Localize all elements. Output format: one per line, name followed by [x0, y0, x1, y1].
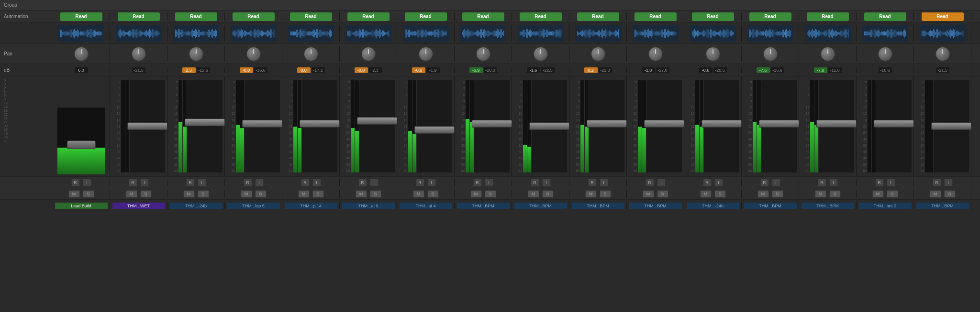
channel-name-6[interactable]: THM...at 4	[400, 203, 452, 209]
i-button-13[interactable]: I	[829, 179, 838, 186]
waveform-display-9[interactable]	[575, 25, 621, 42]
i-button-12[interactable]: I	[772, 179, 780, 186]
i-button-14[interactable]: I	[887, 179, 895, 186]
i-button-8[interactable]: I	[542, 179, 551, 186]
m-button-10[interactable]: M	[643, 190, 654, 198]
pan-knob-10[interactable]	[648, 46, 663, 62]
s-button-14[interactable]: S	[887, 190, 898, 198]
fader-track-7[interactable]	[474, 80, 510, 172]
r-button-6[interactable]: R	[416, 179, 424, 186]
waveform-display-0[interactable]	[58, 25, 104, 42]
fader-thumb-13[interactable]	[816, 120, 857, 128]
waveform-display-2[interactable]	[173, 25, 219, 42]
pan-knob-4[interactable]	[303, 46, 319, 62]
pan-knob-15[interactable]	[935, 46, 950, 62]
auto-button-11[interactable]: Read	[692, 12, 734, 21]
auto-button-0[interactable]: Read	[60, 12, 102, 21]
r-button-4[interactable]: R	[301, 179, 310, 186]
auto-button-9[interactable]: Read	[577, 12, 619, 21]
fader-thumb-7[interactable]	[472, 120, 512, 128]
waveform-display-1[interactable]	[116, 25, 162, 42]
i-button-7[interactable]: I	[485, 179, 493, 186]
channel-name-0[interactable]: Lead Build	[55, 203, 108, 209]
channel-name-11[interactable]: THM...-24b	[687, 203, 739, 209]
s-button-11[interactable]: S	[714, 190, 726, 198]
pan-knob-13[interactable]	[820, 46, 835, 62]
fader-thumb-12[interactable]	[759, 120, 799, 128]
fader-thumb-15[interactable]	[931, 122, 971, 130]
r-button-12[interactable]: R	[760, 179, 769, 186]
s-button-9[interactable]: S	[600, 190, 611, 198]
fader-track-14[interactable]	[876, 80, 912, 172]
fader-track-2[interactable]	[187, 80, 223, 172]
pan-knob-11[interactable]	[705, 46, 721, 62]
r-button-5[interactable]: R	[358, 179, 367, 186]
r-button-8[interactable]: R	[531, 179, 539, 186]
fader-track-13[interactable]	[819, 80, 854, 172]
m-button-2[interactable]: M	[183, 190, 195, 198]
fader-thumb-14[interactable]	[874, 120, 914, 128]
s-button-12[interactable]: S	[772, 190, 783, 198]
channel-name-13[interactable]: THM...BPM	[802, 203, 854, 209]
waveform-display-14[interactable]	[862, 25, 908, 42]
s-button-7[interactable]: S	[485, 190, 496, 198]
waveform-display-11[interactable]	[690, 25, 736, 42]
waveform-display-6[interactable]	[403, 25, 449, 42]
auto-button-7[interactable]: Read	[462, 12, 504, 21]
fader-track-11[interactable]	[704, 80, 739, 172]
waveform-display-12[interactable]	[747, 25, 793, 42]
waveform-display-8[interactable]	[518, 25, 564, 42]
fader-thumb-9[interactable]	[587, 120, 627, 128]
fader-track-6[interactable]	[417, 80, 452, 172]
i-button-11[interactable]: I	[714, 179, 723, 186]
m-button-11[interactable]: M	[700, 190, 712, 198]
fader-thumb-3[interactable]	[242, 120, 282, 128]
fader-track-12[interactable]	[761, 80, 797, 172]
m-button-6[interactable]: M	[413, 190, 424, 198]
channel-name-4[interactable]: THM...p 14	[285, 203, 337, 209]
auto-button-12[interactable]: Read	[749, 12, 791, 21]
channel-name-2[interactable]: THM...-24b	[170, 203, 223, 209]
auto-button-6[interactable]: Read	[405, 12, 447, 21]
m-button-13[interactable]: M	[815, 190, 826, 198]
fader-thumb-5[interactable]	[357, 117, 397, 125]
fader-thumb-0[interactable]	[67, 140, 96, 149]
m-button-9[interactable]: M	[585, 190, 597, 198]
m-button-15[interactable]: M	[930, 190, 941, 198]
auto-button-14[interactable]: Read	[864, 12, 906, 21]
r-button-14[interactable]: R	[875, 179, 884, 186]
channel-name-8[interactable]: THM...BPM	[514, 203, 567, 209]
i-button-5[interactable]: I	[370, 179, 379, 186]
channel-name-12[interactable]: THM...BPM	[744, 203, 797, 209]
r-button-15[interactable]: R	[933, 179, 941, 186]
s-button-4[interactable]: S	[312, 190, 324, 198]
r-button-10[interactable]: R	[646, 179, 654, 186]
pan-knob-9[interactable]	[590, 46, 606, 62]
auto-button-2[interactable]: Read	[175, 12, 217, 21]
m-button-1[interactable]: M	[126, 190, 137, 198]
auto-button-13[interactable]: Read	[807, 12, 849, 21]
fader-track-0[interactable]	[57, 108, 105, 174]
channel-name-14[interactable]: THM...are 2	[859, 203, 912, 209]
auto-button-3[interactable]: Read	[233, 12, 275, 21]
waveform-display-7[interactable]	[460, 25, 506, 42]
auto-button-1[interactable]: Read	[118, 12, 160, 21]
i-button-2[interactable]: I	[198, 179, 206, 186]
r-button-3[interactable]: R	[244, 179, 252, 186]
pan-knob-8[interactable]	[533, 46, 548, 62]
s-button-2[interactable]: S	[198, 190, 209, 198]
m-button-12[interactable]: M	[757, 190, 769, 198]
fader-track-5[interactable]	[359, 80, 395, 172]
pan-knob-12[interactable]	[763, 46, 778, 62]
r-button-9[interactable]: R	[588, 179, 597, 186]
waveform-display-13[interactable]	[805, 25, 851, 42]
fader-thumb-10[interactable]	[644, 120, 684, 128]
r-button-11[interactable]: R	[703, 179, 712, 186]
channel-name-15[interactable]: THM...BPM	[916, 203, 969, 209]
i-button-4[interactable]: I	[312, 179, 321, 186]
m-button-4[interactable]: M	[298, 190, 310, 198]
fader-track-1[interactable]	[130, 80, 165, 172]
waveform-display-10[interactable]	[633, 25, 679, 42]
i-button-9[interactable]: I	[600, 179, 608, 186]
pan-knob-3[interactable]	[246, 46, 261, 62]
